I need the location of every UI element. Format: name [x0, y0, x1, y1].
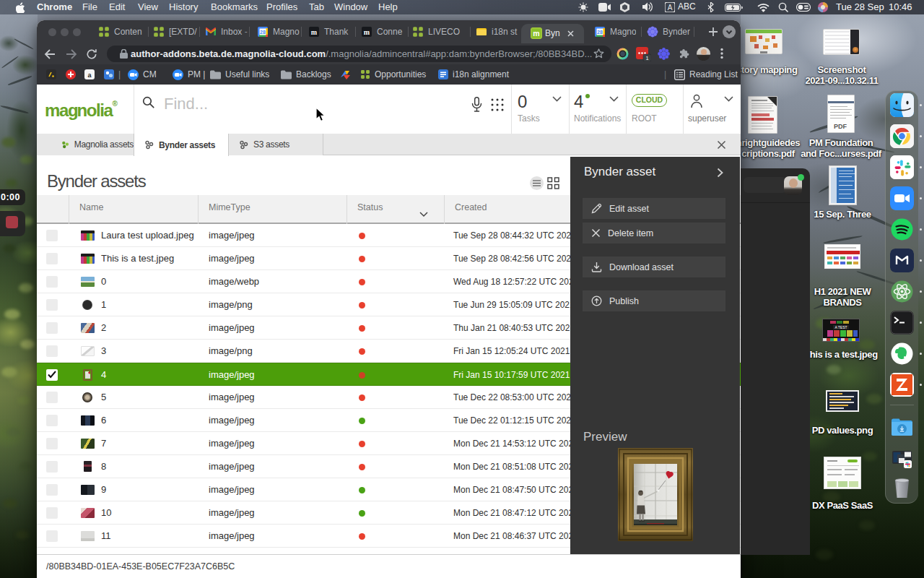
svg-text:m: m [533, 29, 539, 38]
svg-text:m: m [311, 28, 318, 36]
svg-text:m: m [364, 28, 370, 36]
svg-text:1: 1 [645, 55, 648, 61]
svg-text:28: 28 [260, 30, 266, 35]
svg-text:28: 28 [597, 30, 603, 35]
svg-text:A: A [668, 4, 673, 12]
